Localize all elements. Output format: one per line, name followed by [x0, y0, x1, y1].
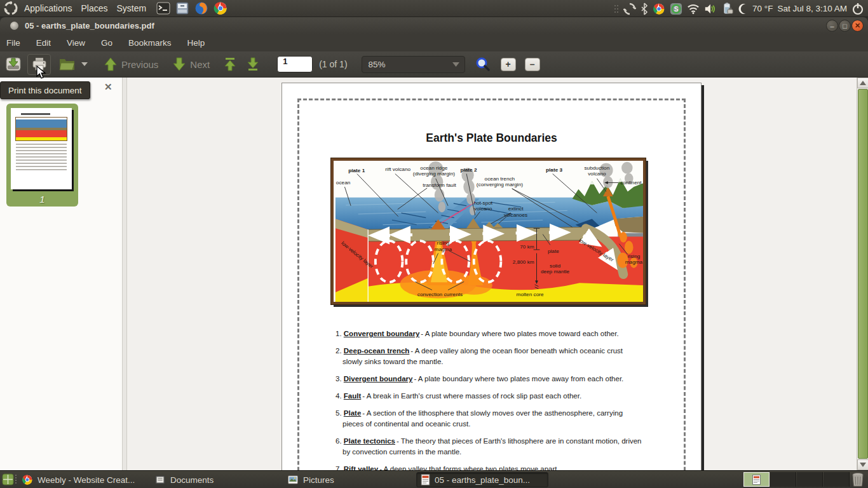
- label-ocean: ocean: [336, 180, 350, 186]
- status-badge-icon[interactable]: S: [670, 3, 682, 15]
- volume-icon[interactable]: [704, 3, 717, 15]
- task-pdf-active[interactable]: 05 - earths_plate_boun...: [416, 472, 548, 487]
- task-label: 05 - earths_plate_boun...: [435, 475, 530, 485]
- toolbar: Previous Next 1 (1 of 1) 85% + –: [0, 51, 868, 78]
- file-manager-launcher-icon[interactable]: [175, 1, 189, 15]
- menu-system[interactable]: System: [117, 3, 147, 13]
- menu-go[interactable]: Go: [101, 38, 112, 48]
- label-plate2: plate 2: [460, 167, 477, 173]
- thumbnail-page-number: 1: [6, 194, 78, 205]
- label-molten-core: molten core: [517, 292, 545, 297]
- label-2800km: 2,800 km: [513, 259, 534, 265]
- show-desktop-button[interactable]: [2, 473, 14, 485]
- document-view[interactable]: Earth's Plate Boundaries: [127, 78, 857, 470]
- ubuntu-logo-icon[interactable]: [4, 1, 18, 15]
- terminal-launcher-icon[interactable]: [156, 1, 170, 15]
- label-extinct-volcanoes: extinct: [508, 206, 524, 212]
- previous-page-icon[interactable]: [104, 57, 118, 72]
- label-rising-magma-right: rising: [628, 254, 641, 259]
- page-number-input[interactable]: 1: [277, 56, 313, 72]
- zoom-level-value: 85%: [369, 60, 386, 69]
- label-convection-currents: convection currents: [417, 292, 463, 297]
- page-count-label: (1 of 1): [319, 59, 347, 69]
- first-page-button[interactable]: [224, 57, 236, 72]
- menu-edit[interactable]: Edit: [36, 38, 51, 48]
- power-icon[interactable]: [851, 3, 864, 15]
- label-solid-deep-mantle: solid: [550, 263, 560, 269]
- trash-icon[interactable]: [851, 472, 864, 487]
- workspace-4[interactable]: [824, 472, 850, 487]
- bluetooth-icon[interactable]: [641, 3, 648, 15]
- menu-bookmarks[interactable]: Bookmarks: [128, 38, 172, 48]
- search-button[interactable]: [475, 57, 491, 72]
- menu-file[interactable]: File: [6, 38, 20, 48]
- definition-fault: 4. Fault- A break in Earth's crust where…: [336, 391, 644, 402]
- workspace-2[interactable]: [770, 472, 796, 487]
- sync-swirl-icon[interactable]: [623, 3, 636, 15]
- task-pictures[interactable]: Pictures: [283, 472, 416, 487]
- next-page-icon[interactable]: [172, 57, 186, 72]
- battery-icon[interactable]: [721, 3, 734, 15]
- page-thumbnail[interactable]: 1: [6, 104, 78, 207]
- menu-view[interactable]: View: [67, 38, 85, 48]
- window-menu-icon[interactable]: [10, 22, 18, 30]
- zoom-caret-icon: [452, 62, 459, 67]
- firefox-launcher-icon[interactable]: [194, 1, 208, 15]
- workspace-1-active[interactable]: [743, 472, 770, 487]
- menu-bar: File Edit View Go Bookmarks Help: [0, 34, 868, 51]
- grip-icon: [614, 3, 619, 15]
- label-plate1: plate 1: [348, 168, 365, 173]
- sidebar-close-button[interactable]: ✕: [104, 81, 112, 93]
- document-heading: Earth's Plate Boundaries: [282, 132, 701, 145]
- zoom-in-button[interactable]: +: [501, 58, 516, 71]
- svg-text:(diverging margin): (diverging margin): [413, 171, 456, 177]
- label-plate3: plate 3: [546, 167, 563, 173]
- last-page-button[interactable]: [247, 57, 259, 72]
- open-dropdown-caret-icon[interactable]: [81, 62, 88, 67]
- thumbnail-page-preview: [11, 108, 72, 189]
- menu-help[interactable]: Help: [187, 38, 205, 48]
- chrome-tray-icon[interactable]: [653, 3, 665, 15]
- label-rift-volcano: rift volcano: [385, 166, 410, 172]
- zoom-level-select[interactable]: 85%: [362, 56, 465, 73]
- clock[interactable]: Sat Jul 8, 3:10 AM: [777, 4, 847, 13]
- close-button[interactable]: ✕: [851, 20, 864, 32]
- menu-applications[interactable]: Applications: [24, 3, 72, 13]
- save-button[interactable]: [5, 56, 22, 72]
- label-transform-fault: transform fault: [423, 182, 456, 188]
- task-weebly[interactable]: Weebly - Website Creat...: [18, 472, 150, 487]
- window-titlebar[interactable]: 05 - earths_plate_boundaries.pdf – □ ✕: [0, 17, 868, 34]
- workspace-3[interactable]: [797, 472, 823, 487]
- previous-page-button[interactable]: Previous: [121, 59, 158, 70]
- task-documents[interactable]: Documents: [151, 472, 283, 487]
- mouse-cursor: [36, 65, 49, 79]
- task-label: Weebly - Website Creat...: [37, 475, 135, 485]
- print-tooltip: Print this document: [0, 81, 90, 99]
- menu-places[interactable]: Places: [81, 3, 108, 13]
- svg-text:S: S: [674, 5, 679, 12]
- zoom-out-button[interactable]: –: [525, 58, 540, 71]
- maximize-button[interactable]: □: [839, 20, 851, 32]
- svg-text:(converging margin): (converging margin): [477, 182, 523, 187]
- thumbnails-sidebar: 1: [0, 78, 123, 470]
- definition-divergent-boundary: 3. Divergent boundary- A plate boundary …: [336, 374, 644, 384]
- open-file-button[interactable]: [58, 57, 76, 72]
- taskbar-separator: [15, 475, 17, 485]
- scrollbar-thumb[interactable]: [858, 89, 868, 459]
- chrome-launcher-icon[interactable]: [214, 1, 227, 15]
- svg-text:volcanoes: volcanoes: [504, 212, 527, 218]
- minimize-button[interactable]: –: [826, 20, 838, 32]
- weather-temperature[interactable]: 70 °F: [752, 4, 773, 13]
- scroll-up-button[interactable]: [857, 78, 868, 88]
- svg-text:volcano: volcano: [474, 206, 492, 212]
- label-hotspot-volcano: hot-spot: [473, 200, 492, 206]
- scroll-down-button[interactable]: [857, 459, 868, 470]
- plate-boundaries-diagram: ocean plate 1 rift volcano ocean ridge (…: [331, 158, 646, 304]
- pdf-page: Earth's Plate Boundaries: [281, 83, 702, 470]
- sidebar-splitter[interactable]: [123, 78, 127, 470]
- moon-icon[interactable]: [738, 3, 748, 15]
- pdf-document-icon: [421, 474, 430, 485]
- next-page-button[interactable]: Next: [190, 59, 210, 70]
- wifi-icon[interactable]: [687, 3, 700, 15]
- vertical-scrollbar[interactable]: [857, 78, 868, 470]
